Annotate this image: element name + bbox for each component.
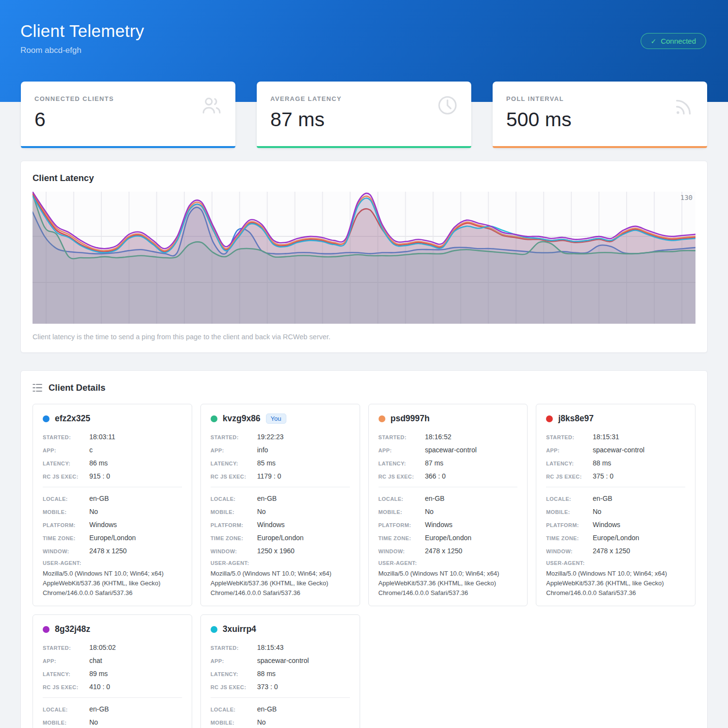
client-field-row-mobile: MOBILE:No (211, 505, 350, 518)
field-label: LOCALE: (379, 496, 425, 502)
field-label: STARTED: (211, 434, 257, 440)
client-field-row-started: STARTED:18:16:52 (379, 430, 518, 443)
client-field-row-window: WINDOW:2478 x 1250 (43, 544, 182, 557)
client-details-panel: Client Details efz2x325 STARTED:18:03:11… (20, 370, 708, 728)
client-id: efz2x325 (55, 414, 90, 424)
field-value: 18:03:11 (89, 433, 115, 441)
field-value: Windows (425, 521, 453, 529)
field-value: en-GB (89, 705, 109, 713)
field-label: WINDOW: (211, 548, 257, 554)
client-field-row-app: APP:info (211, 443, 350, 456)
client-color-dot (379, 415, 385, 422)
user-agent-value: Mozilla/5.0 (Windows NT 10.0; Win64; x64… (379, 569, 518, 598)
client-field-row-rc-js-exec: RC JS EXEC:410 : 0 (43, 680, 182, 693)
field-value: 18:15:31 (593, 433, 619, 441)
client-field-row-rc-js-exec: RC JS EXEC:375 : 0 (546, 469, 685, 482)
field-value: spacewar-control (257, 657, 309, 664)
client-field-row-platform: PLATFORM:Windows (43, 518, 182, 531)
field-label: WINDOW: (379, 548, 425, 554)
client-field-row-mobile: MOBILE:No (546, 505, 685, 518)
user-agent-label: USER-AGENT: (546, 557, 685, 567)
client-color-dot (211, 415, 217, 422)
field-label: APP: (211, 447, 257, 453)
latency-caption: Client latency is the time to send a pin… (33, 333, 695, 341)
page-title: Client Telemetry (20, 21, 706, 41)
client-field-row-platform: PLATFORM:Windows (546, 518, 685, 531)
field-value: Europe/London (257, 534, 304, 542)
signal-icon (672, 94, 695, 116)
user-agent-label: USER-AGENT: (43, 557, 182, 567)
client-field-row-locale: LOCALE:en-GB (43, 492, 182, 505)
field-label: TIME ZONE: (43, 535, 89, 541)
field-label: PLATFORM: (379, 522, 425, 528)
field-value: 89 ms (89, 670, 108, 678)
client-color-dot (546, 415, 553, 422)
client-field-row-latency: LATENCY:89 ms (43, 667, 182, 680)
field-label: MOBILE: (211, 509, 257, 515)
client-field-row-rc-js-exec: RC JS EXEC:373 : 0 (211, 680, 350, 693)
client-field-row-app: APP:chat (43, 654, 182, 667)
client-details-title: Client Details (49, 382, 105, 393)
field-value: 366 : 0 (425, 472, 446, 480)
field-label: LOCALE: (43, 496, 89, 502)
client-grid: efz2x325 STARTED:18:03:11APP:cLATENCY:86… (33, 404, 695, 728)
latency-panel: Client Latency 130 Client latency is the… (20, 161, 708, 353)
client-field-row-mobile: MOBILE:No (379, 505, 518, 518)
stat-card-connected-clients: CONNECTED CLIENTS 6 (21, 82, 235, 148)
client-field-row-locale: LOCALE:en-GB (43, 702, 182, 715)
field-label: MOBILE: (379, 509, 425, 515)
field-value: en-GB (425, 495, 445, 502)
field-value: Windows (593, 521, 620, 529)
field-label: APP: (43, 658, 89, 664)
svg-text:130: 130 (680, 194, 693, 201)
field-label: RC JS EXEC: (211, 474, 257, 480)
stat-value: 6 (34, 108, 222, 131)
client-field-row-app: APP:spacewar-control (379, 443, 518, 456)
user-agent-label: USER-AGENT: (211, 557, 350, 567)
client-field-row-rc-js-exec: RC JS EXEC:1179 : 0 (211, 469, 350, 482)
field-value: info (257, 446, 268, 454)
field-value: c (89, 446, 93, 454)
field-label: PLATFORM: (211, 522, 257, 528)
user-agent-value: Mozilla/5.0 (Windows NT 10.0; Win64; x64… (546, 569, 685, 598)
client-field-row-window: WINDOW:2478 x 1250 (546, 544, 685, 557)
field-value: No (89, 508, 98, 515)
field-value: 18:16:52 (425, 433, 452, 441)
client-color-dot (43, 415, 50, 422)
field-value: 88 ms (257, 670, 276, 678)
client-card-header: 3xuirrp4 (211, 624, 350, 634)
stat-card-poll-interval: POLL INTERVAL 500 ms (493, 82, 707, 148)
field-value: No (593, 508, 601, 515)
users-icon (200, 94, 223, 116)
field-label: TIME ZONE: (211, 535, 257, 541)
client-field-row-window: WINDOW:1250 x 1960 (211, 544, 350, 557)
field-label: PLATFORM: (546, 522, 593, 528)
latency-chart-svg: 130 (33, 192, 695, 324)
card-divider (546, 487, 685, 487)
field-label: WINDOW: (43, 548, 89, 554)
field-label: LOCALE: (43, 707, 89, 712)
client-main-rows: STARTED:18:03:11APP:cLATENCY:86 msRC JS … (43, 430, 182, 598)
clock-icon (436, 94, 459, 116)
field-label: MOBILE: (546, 509, 593, 515)
client-card: efz2x325 STARTED:18:03:11APP:cLATENCY:86… (33, 404, 192, 606)
field-value: en-GB (257, 495, 277, 502)
stat-card-average-latency: AVERAGE LATENCY 87 ms (257, 82, 471, 148)
client-field-row-started: STARTED:19:22:23 (211, 430, 350, 443)
field-value: 87 ms (425, 459, 444, 467)
client-field-row-time-zone: TIME ZONE:Europe/London (211, 531, 350, 544)
field-value: 18:05:02 (89, 644, 116, 651)
client-field-row-latency: LATENCY:85 ms (211, 456, 350, 469)
client-main-rows: STARTED:18:15:31APP:spacewar-controlLATE… (546, 430, 685, 598)
client-main-rows: STARTED:18:16:52APP:spacewar-controlLATE… (379, 430, 518, 598)
client-card: j8ks8e97 STARTED:18:15:31APP:spacewar-co… (536, 404, 695, 606)
field-label: RC JS EXEC: (43, 474, 89, 480)
field-label: TIME ZONE: (546, 535, 593, 541)
field-value: 1179 : 0 (257, 472, 281, 480)
client-card-header: psd9997h (379, 414, 518, 424)
stat-value: 500 ms (506, 108, 694, 131)
client-field-row-time-zone: TIME ZONE:Europe/London (379, 531, 518, 544)
latency-panel-title: Client Latency (33, 173, 695, 183)
client-card-header: efz2x325 (43, 414, 182, 424)
client-color-dot (211, 626, 217, 633)
